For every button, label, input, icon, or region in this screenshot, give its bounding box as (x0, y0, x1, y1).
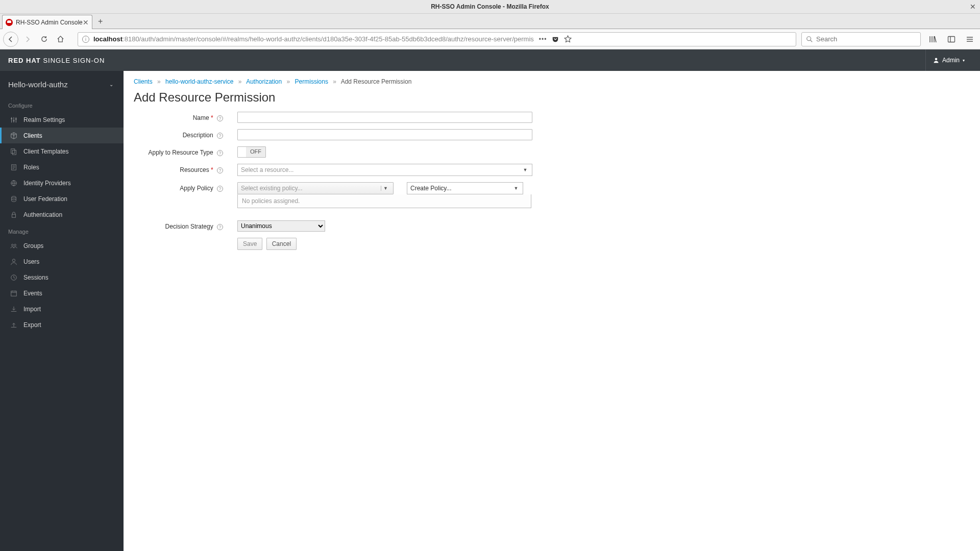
sidebar-item-label: Client Templates (23, 148, 69, 155)
brand-logo: RED HAT SINGLE SIGN-ON (8, 57, 105, 64)
label-decision-strategy: Decision Strategy ? (134, 220, 223, 230)
new-tab-button[interactable]: + (93, 14, 108, 29)
window-title: RH-SSO Admin Console - Mozilla Firefox (431, 3, 549, 10)
realm-selector[interactable]: Hello-world-authz ⌄ (0, 71, 124, 96)
sidebar-item-label: Export (23, 321, 41, 329)
cancel-button[interactable]: Cancel (266, 238, 297, 250)
sidebar-item-users[interactable]: Users (0, 254, 124, 269)
sidebar-item-clients[interactable]: Clients (0, 128, 124, 143)
svg-point-12 (11, 244, 13, 246)
window-close-icon[interactable]: ✕ (970, 3, 976, 11)
breadcrumb-link[interactable]: hello-world-authz-service (165, 78, 233, 85)
label-apply-policy: Apply Policy ? (134, 182, 223, 192)
url-bar[interactable]: i localhost :8180/auth/admin/master/cons… (78, 32, 796, 46)
hamburger-menu-icon[interactable] (963, 32, 977, 46)
sidebar-item-label: Clients (23, 132, 42, 139)
reload-button[interactable] (37, 32, 51, 46)
window-titlebar: RH-SSO Admin Console - Mozilla Firefox ✕ (0, 0, 980, 14)
sidebar: Hello-world-authz ⌄ Configure Realm Sett… (0, 71, 124, 551)
breadcrumb: Clients » hello-world-authz-service » Au… (134, 76, 970, 90)
resources-select[interactable]: Select a resource... ▼ (237, 164, 532, 176)
page-action-menu-icon[interactable]: ••• (539, 36, 547, 43)
help-icon[interactable]: ? (217, 167, 223, 173)
save-button[interactable]: Save (237, 238, 262, 250)
label-description: Description ? (134, 129, 223, 139)
browser-navbar: i localhost :8180/auth/admin/master/cons… (0, 29, 980, 49)
chevron-down-icon: ⌄ (109, 82, 113, 87)
svg-point-13 (14, 244, 16, 246)
browser-tabbar: RH-SSO Admin Console ✕ + (0, 14, 980, 29)
breadcrumb-current: Add Resource Permission (341, 78, 412, 85)
user-name: Admin (942, 57, 960, 64)
user-menu[interactable]: Admin ▾ (925, 49, 972, 71)
chevron-down-icon: ▼ (522, 167, 529, 172)
sidebar-section-manage: Manage (0, 222, 124, 238)
sidebar-item-import[interactable]: Import (0, 301, 124, 317)
sidebar-item-label: Realm Settings (23, 116, 65, 123)
sidebar-item-sessions[interactable]: Sessions (0, 269, 124, 285)
create-policy-label: Create Policy... (410, 185, 451, 192)
sidebar-item-label: User Federation (23, 195, 67, 203)
resource-type-toggle[interactable]: OFF (237, 146, 266, 158)
sidebar-item-groups[interactable]: Groups (0, 238, 124, 254)
forward-button[interactable] (20, 32, 35, 46)
no-policies-message: No policies assigned. (237, 194, 531, 208)
search-icon (806, 36, 813, 43)
home-button[interactable] (53, 32, 67, 46)
svg-rect-1 (948, 36, 955, 42)
sidebar-item-user-federation[interactable]: User Federation (0, 191, 124, 207)
tab-close-icon[interactable]: ✕ (83, 18, 89, 27)
import-icon (10, 305, 17, 313)
help-icon[interactable]: ? (217, 150, 223, 156)
chevron-down-icon: ▾ (963, 58, 965, 63)
chevron-down-icon: ▼ (512, 186, 520, 191)
brand-thin: SINGLE SIGN-ON (41, 57, 105, 64)
breadcrumb-link[interactable]: Authorization (246, 78, 282, 85)
sidebar-item-authentication[interactable]: Authentication (0, 207, 124, 222)
browser-search-input[interactable] (816, 35, 916, 43)
svg-point-5 (15, 118, 16, 119)
database-icon (10, 195, 17, 203)
create-policy-select[interactable]: Create Policy... ▼ (407, 182, 523, 194)
svg-point-14 (12, 259, 15, 261)
sidebar-item-label: Authentication (23, 211, 62, 218)
breadcrumb-link[interactable]: Clients (134, 78, 153, 85)
realm-name: Hello-world-authz (8, 80, 68, 89)
help-icon[interactable]: ? (217, 224, 223, 230)
info-icon[interactable]: i (82, 36, 89, 43)
sidebar-item-realm-settings[interactable]: Realm Settings (0, 112, 124, 128)
pocket-icon[interactable] (552, 36, 559, 43)
library-icon[interactable] (926, 32, 940, 46)
sidebar-item-client-templates[interactable]: Client Templates (0, 143, 124, 159)
sidebar-item-roles[interactable]: Roles (0, 159, 124, 175)
browser-search-bar[interactable] (801, 32, 921, 46)
sidebars-icon[interactable] (944, 32, 959, 46)
help-icon[interactable]: ? (217, 115, 223, 121)
url-host: localhost (93, 35, 122, 43)
sidebar-item-label: Events (23, 290, 42, 297)
help-icon[interactable]: ? (217, 133, 223, 139)
copy-icon (10, 147, 17, 155)
sidebar-item-export[interactable]: Export (0, 317, 124, 333)
label-resource-type: Apply to Resource Type ? (134, 146, 223, 156)
sidebar-item-label: Sessions (23, 274, 48, 281)
users-icon (10, 242, 17, 249)
breadcrumb-sep: » (287, 78, 290, 85)
decision-strategy-select[interactable]: Unanimous (237, 220, 325, 232)
bookmark-star-icon[interactable] (564, 35, 572, 43)
browser-tab[interactable]: RH-SSO Admin Console ✕ (2, 15, 92, 29)
main-content: Clients » hello-world-authz-service » Au… (124, 71, 980, 551)
help-icon[interactable]: ? (217, 186, 223, 192)
name-input[interactable] (237, 112, 532, 123)
sidebar-item-identity-providers[interactable]: Identity Providers (0, 175, 124, 191)
lock-icon (10, 211, 17, 218)
back-button[interactable] (3, 32, 18, 47)
description-input[interactable] (237, 129, 532, 140)
existing-policy-select[interactable]: Select existing policy... ▼ (237, 182, 394, 194)
label-name: Name * ? (134, 112, 223, 121)
sliders-icon (10, 116, 17, 123)
clock-icon (10, 273, 17, 281)
svg-point-2 (935, 58, 938, 61)
breadcrumb-link[interactable]: Permissions (295, 78, 328, 85)
sidebar-item-events[interactable]: Events (0, 285, 124, 301)
